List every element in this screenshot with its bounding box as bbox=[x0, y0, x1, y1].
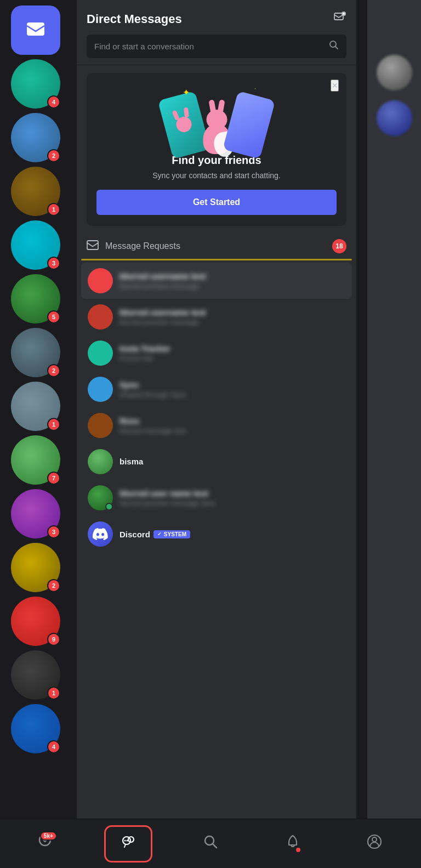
find-friends-subtitle: Sync your contacts and start chatting. bbox=[96, 171, 337, 180]
dm-list-item[interactable]: Ross blurred message text bbox=[81, 407, 352, 444]
dm-preview: Promo link bbox=[120, 354, 345, 362]
dm-info: blurred username text blurred preview me… bbox=[120, 271, 345, 290]
server-icon-red[interactable]: 9 bbox=[11, 597, 60, 646]
server-icon-cyan[interactable]: 3 bbox=[11, 220, 60, 270]
server-icon-gray[interactable]: 2 bbox=[11, 328, 60, 377]
notification-badge: 1 bbox=[47, 687, 60, 700]
server-icon-teal[interactable]: 4 bbox=[11, 59, 60, 109]
dm-name: blurred user name text bbox=[120, 489, 345, 498]
server-icon-brown[interactable]: 1 bbox=[11, 167, 60, 216]
system-label: SYSTEM bbox=[164, 531, 186, 537]
notification-dot bbox=[295, 847, 301, 853]
dm-preview: blurred preview message bbox=[120, 282, 345, 290]
dm-info: Ross blurred message text bbox=[120, 416, 345, 435]
find-friends-illustration: ✦ · · bbox=[162, 83, 271, 154]
dm-list-item[interactable]: bisma bbox=[81, 444, 352, 480]
nav-item-dms[interactable] bbox=[106, 827, 150, 860]
dm-list-item[interactable]: blurred username text blurred preview me… bbox=[81, 299, 352, 335]
server-icon-green2[interactable]: 7 bbox=[11, 435, 60, 485]
server-icon-purple[interactable]: 3 bbox=[11, 489, 60, 538]
dm-name: Sync bbox=[120, 380, 345, 389]
notification-badge: 1 bbox=[47, 418, 60, 431]
dm-list-item[interactable]: blurred user name text blurred preview m… bbox=[81, 480, 352, 516]
notification-badge: 3 bbox=[47, 257, 60, 270]
server-icon-gray2[interactable]: 1 bbox=[11, 382, 60, 431]
notification-badge: 1 bbox=[47, 203, 60, 216]
notification-badge: 2 bbox=[47, 149, 60, 162]
system-badge: ✓ SYSTEM bbox=[153, 530, 190, 538]
server-sidebar: 4 2 1 3 5 2 1 7 3 2 9 1 bbox=[0, 0, 71, 868]
dm-avatar bbox=[88, 268, 113, 293]
notification-badge: 2 bbox=[47, 364, 60, 377]
dm-list-item[interactable]: Sync Shared through Sync bbox=[81, 371, 352, 407]
notification-badge: 7 bbox=[47, 472, 60, 485]
svg-rect-7 bbox=[87, 241, 98, 249]
svg-point-17 bbox=[372, 837, 377, 842]
active-server-icon[interactable] bbox=[11, 5, 60, 55]
find-friends-title: Find your friends bbox=[96, 154, 337, 167]
nav-item-notifications[interactable] bbox=[271, 827, 315, 860]
scroll-position-indicator bbox=[81, 259, 352, 260]
notification-badge: 2 bbox=[47, 579, 60, 592]
dm-avatar bbox=[88, 341, 113, 366]
search-nav-icon bbox=[203, 834, 218, 853]
dm-panel: Direct Messages Find or start a conversa… bbox=[77, 0, 356, 868]
notification-badge: 4 bbox=[47, 95, 60, 109]
dm-name: blurred username text bbox=[120, 308, 345, 317]
server-icon-darkblue[interactable]: 4 bbox=[11, 704, 60, 753]
dm-preview: blurred preview message bbox=[120, 318, 345, 326]
svg-rect-0 bbox=[27, 22, 44, 36]
new-dm-icon[interactable] bbox=[333, 11, 346, 27]
svg-line-15 bbox=[213, 844, 217, 848]
nav-item-profile[interactable] bbox=[352, 827, 396, 860]
right-avatar bbox=[377, 55, 412, 90]
dm-title-text: Direct Messages bbox=[87, 12, 182, 26]
dm-list-item-discord[interactable]: Discord ✓ SYSTEM bbox=[81, 516, 352, 552]
right-avatar bbox=[377, 100, 412, 136]
dm-preview: blurred preview message here bbox=[120, 499, 345, 507]
notification-badge: 4 bbox=[47, 740, 60, 753]
mail-icon bbox=[87, 239, 99, 253]
dm-header: Direct Messages Find or start a conversa… bbox=[77, 0, 356, 65]
bunny-head bbox=[206, 110, 227, 129]
dm-info: Insta Tracker Promo link bbox=[120, 344, 345, 362]
server-icon-yellow[interactable]: 2 bbox=[11, 543, 60, 592]
dm-info: Discord ✓ SYSTEM bbox=[120, 530, 345, 539]
right-avatars bbox=[367, 55, 421, 136]
find-friends-card: × bbox=[87, 73, 346, 226]
checkmark-icon: ✓ bbox=[157, 531, 162, 537]
svg-line-6 bbox=[335, 47, 338, 49]
dm-list-item[interactable]: blurred username text blurred preview me… bbox=[81, 263, 352, 299]
message-requests-header[interactable]: Message Requests 18 bbox=[77, 234, 356, 259]
dm-avatar-discord bbox=[88, 521, 113, 547]
sparkle-icon: ✦ bbox=[183, 87, 190, 98]
dm-preview: Shared through Sync bbox=[120, 390, 345, 399]
dm-list-item[interactable]: Insta Tracker Promo link bbox=[81, 335, 352, 371]
server-icon-dark[interactable]: 1 bbox=[11, 650, 60, 700]
dm-title-row: Direct Messages bbox=[87, 11, 346, 27]
get-started-button[interactable]: Get Started bbox=[96, 190, 337, 215]
profile-icon bbox=[366, 833, 383, 854]
nav-item-search[interactable] bbox=[189, 827, 232, 860]
message-requests-count: 18 bbox=[332, 239, 346, 253]
dm-info: blurred user name text blurred preview m… bbox=[120, 489, 345, 507]
server-icon-blue[interactable]: 2 bbox=[11, 113, 60, 162]
search-icon bbox=[329, 40, 339, 53]
nav-item-servers[interactable]: 5k+ bbox=[25, 827, 69, 860]
notification-badge: 3 bbox=[47, 525, 60, 538]
bottom-nav: 5k+ bbox=[0, 819, 421, 868]
dm-preview: blurred message text bbox=[120, 427, 345, 435]
message-requests-label: Message Requests bbox=[105, 241, 326, 251]
dm-avatar bbox=[88, 304, 113, 330]
discord-dm-name: Discord bbox=[120, 530, 150, 539]
dm-info: blurred username text blurred preview me… bbox=[120, 308, 345, 326]
server-icon-green[interactable]: 5 bbox=[11, 274, 60, 324]
search-bar[interactable]: Find or start a conversation bbox=[87, 35, 346, 58]
active-nav-indicator bbox=[104, 825, 152, 863]
dm-info: bisma bbox=[120, 457, 345, 467]
sparkle-icon: · bbox=[254, 85, 256, 92]
dm-name: bisma bbox=[120, 457, 345, 466]
close-button[interactable]: × bbox=[331, 80, 339, 92]
notification-badge: 9 bbox=[47, 633, 60, 646]
dm-list: blurred username text blurred preview me… bbox=[77, 263, 356, 868]
